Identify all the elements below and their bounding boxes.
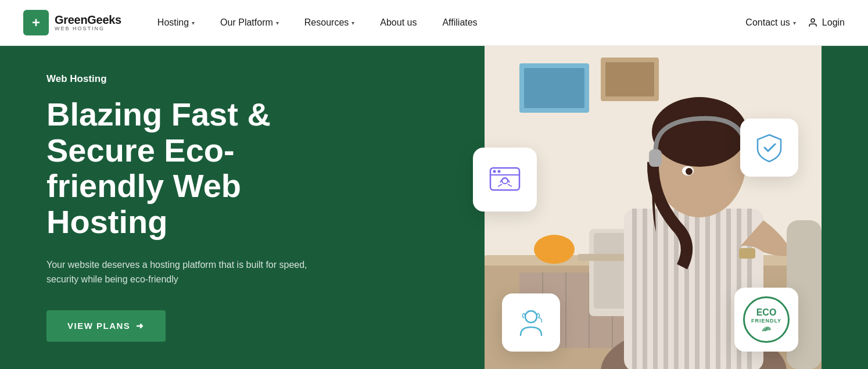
svg-point-0 [811,19,815,22]
eco-friendly-badge: ECO FRIENDLY [743,296,790,343]
arrow-right-icon: ➜ [136,321,145,331]
svg-rect-3 [524,68,584,108]
svg-point-40 [534,235,575,264]
contact-label: Contact us [745,17,790,28]
float-card-eco: ECO FRIENDLY [734,288,798,352]
nav-hosting[interactable]: Hosting ▾ [145,0,207,46]
svg-point-45 [498,170,501,173]
hero-content: Web Hosting Blazing Fast & Secure Eco-fr… [0,73,395,342]
main-nav: Hosting ▾ Our Platform ▾ Resources ▾ Abo… [145,0,746,46]
svg-rect-39 [739,248,755,259]
logo-text: GreenGeeks WEB HOSTING [55,13,121,32]
svg-point-36 [686,168,693,175]
nav-resources[interactable]: Resources ▾ [292,0,367,46]
nav-our-platform-label: Our Platform [220,17,273,28]
nav-hosting-label: Hosting [157,17,189,28]
chevron-down-icon: ▾ [192,20,195,26]
customer-support-icon [514,305,548,340]
view-plans-label: VIEW PLANS [67,321,130,331]
login-label: Login [822,17,845,28]
chevron-down-icon: ▾ [351,20,354,26]
float-card-rocket [473,148,537,212]
rocket-website-icon [487,162,522,197]
eco-leaf-icon [761,324,772,332]
svg-point-44 [493,170,496,173]
chevron-down-icon: ▾ [276,20,279,26]
float-card-shield [740,119,798,177]
nav-resources-label: Resources [304,17,349,28]
svg-rect-5 [605,62,654,96]
logo-name: GreenGeeks [55,13,121,26]
hero-subtitle: Web Hosting [46,73,349,85]
nav-affiliates-label: Affiliates [442,17,477,28]
svg-point-47 [525,311,537,323]
hero-title: Blazing Fast & Secure Eco-friendly Web H… [46,96,349,239]
float-card-support [502,293,560,352]
hero-description: Your website deserves a hosting platform… [46,257,325,287]
nav-right: Contact us ▾ Login [745,17,845,28]
contact-link[interactable]: Contact us ▾ [745,17,795,28]
security-shield-icon [752,130,787,165]
nav-affiliates[interactable]: Affiliates [429,0,490,46]
logo-icon: + [23,10,49,35]
nav-about-us-label: About us [380,17,417,28]
eco-title: ECO [756,307,777,318]
nav-about-us[interactable]: About us [367,0,429,46]
login-link[interactable]: Login [808,17,845,28]
hero-image-area: ECO FRIENDLY [392,46,868,369]
logo-link[interactable]: + GreenGeeks WEB HOSTING [23,10,121,35]
svg-rect-37 [649,149,662,167]
chevron-down-icon: ▾ [793,20,796,26]
nav-our-platform[interactable]: Our Platform ▾ [207,0,292,46]
svg-point-34 [652,97,747,167]
hero-section: Web Hosting Blazing Fast & Secure Eco-fr… [0,46,868,369]
eco-label: FRIENDLY [751,318,781,324]
main-header: + GreenGeeks WEB HOSTING Hosting ▾ Our P… [0,0,868,46]
user-icon [808,17,818,28]
logo-sub: WEB HOSTING [55,26,121,32]
view-plans-button[interactable]: VIEW PLANS ➜ [46,310,166,342]
